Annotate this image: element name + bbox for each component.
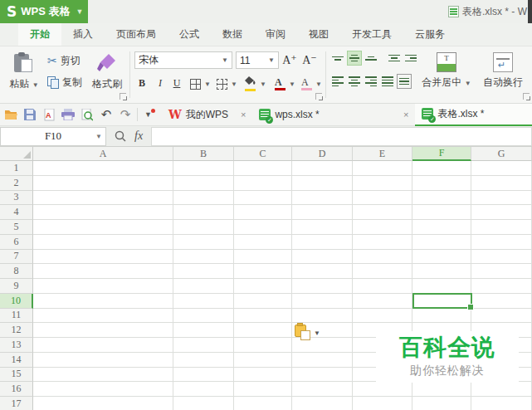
- cell-G6[interactable]: [471, 235, 532, 250]
- wrap-text-button[interactable]: 自动换行: [478, 48, 528, 98]
- redo-button[interactable]: ↷: [117, 106, 134, 123]
- shrink-font-button[interactable]: A⁻: [302, 51, 317, 68]
- cell-D7[interactable]: [292, 250, 353, 265]
- cell-G3[interactable]: [471, 191, 532, 206]
- cell-F7[interactable]: [412, 250, 471, 265]
- cell-A13[interactable]: [33, 338, 173, 353]
- clipboard-dialog-launcher[interactable]: [120, 93, 126, 100]
- row-header-8[interactable]: 8: [0, 264, 33, 279]
- cell-A1[interactable]: [33, 161, 173, 176]
- cell-C3[interactable]: [234, 191, 292, 206]
- cell-E17[interactable]: [353, 397, 412, 410]
- increase-indent-icon[interactable]: [403, 51, 418, 66]
- row-header-3[interactable]: 3: [0, 191, 33, 206]
- cell-G2[interactable]: [471, 176, 532, 191]
- cell-D6[interactable]: [292, 235, 353, 250]
- cell-A10[interactable]: [33, 294, 173, 309]
- cell-B4[interactable]: [173, 205, 234, 220]
- cell-C4[interactable]: [234, 205, 292, 220]
- cell-E7[interactable]: [353, 250, 412, 265]
- column-header-F[interactable]: F: [412, 147, 471, 161]
- cell-D11[interactable]: [292, 309, 353, 324]
- save-button[interactable]: [22, 106, 38, 123]
- chevron-down-icon[interactable]: ▼: [465, 80, 471, 87]
- cell-D17[interactable]: [292, 397, 353, 410]
- cell-C14[interactable]: [234, 353, 292, 368]
- cell-C7[interactable]: [234, 250, 292, 265]
- ribbon-tab-3[interactable]: 公式: [168, 23, 211, 46]
- chevron-down-icon[interactable]: ▼: [32, 81, 39, 89]
- paste-button[interactable]: 粘贴 ▼: [5, 48, 43, 98]
- column-header-E[interactable]: E: [353, 147, 412, 161]
- cell-D16[interactable]: [292, 382, 353, 397]
- ribbon-tab-1[interactable]: 插入: [61, 23, 105, 46]
- row-header-11[interactable]: 11: [0, 309, 33, 324]
- row-header-12[interactable]: 12: [0, 323, 33, 338]
- close-icon[interactable]: ×: [403, 110, 408, 120]
- cell-F11[interactable]: [412, 309, 471, 324]
- print-button[interactable]: [60, 106, 76, 123]
- cell-F4[interactable]: [412, 205, 471, 220]
- chevron-down-icon[interactable]: ▼: [76, 7, 83, 16]
- cell-C15[interactable]: [234, 368, 292, 383]
- cell-E11[interactable]: [353, 309, 412, 324]
- cell-B14[interactable]: [173, 353, 234, 368]
- draw-border-button[interactable]: ▼: [214, 75, 240, 93]
- search-commands-icon[interactable]: [115, 130, 126, 142]
- undo-button[interactable]: ↶: [98, 106, 115, 123]
- ribbon-tab-2[interactable]: 页面布局: [105, 23, 168, 46]
- align-bottom-icon[interactable]: [364, 51, 378, 66]
- row-header-2[interactable]: 2: [0, 176, 33, 191]
- row-header-17[interactable]: 17: [0, 397, 33, 410]
- cell-E16[interactable]: [353, 382, 412, 397]
- cell-A12[interactable]: [33, 323, 173, 338]
- row-header-10[interactable]: 10: [0, 294, 33, 309]
- cell-B7[interactable]: [173, 250, 234, 265]
- cell-A4[interactable]: [33, 205, 173, 220]
- cell-B15[interactable]: [173, 368, 234, 383]
- cut-button[interactable]: ✂ 剪切: [45, 51, 83, 70]
- cell-B8[interactable]: [173, 264, 234, 279]
- cell-A6[interactable]: [33, 235, 173, 250]
- export-pdf-button[interactable]: A: [41, 106, 57, 123]
- cell-A16[interactable]: [33, 382, 173, 397]
- ribbon-tab-7[interactable]: 开发工具: [340, 23, 403, 46]
- column-header-G[interactable]: G: [471, 147, 532, 161]
- column-header-B[interactable]: B: [173, 147, 234, 161]
- select-all-corner[interactable]: [0, 147, 33, 161]
- ribbon-tab-0[interactable]: 开始: [18, 23, 61, 46]
- align-left-icon[interactable]: [330, 74, 345, 89]
- decrease-indent-icon[interactable]: [387, 51, 402, 66]
- cell-D10[interactable]: [292, 294, 353, 309]
- row-header-15[interactable]: 15: [0, 368, 33, 383]
- chevron-down-icon[interactable]: ▼: [95, 133, 102, 140]
- cell-F3[interactable]: [412, 191, 471, 206]
- wps-menu-button[interactable]: S WPS 表格 ▼: [0, 0, 88, 23]
- cell-A7[interactable]: [33, 250, 173, 265]
- font-size-select[interactable]: 11▼: [236, 51, 279, 69]
- cell-F5[interactable]: [412, 220, 471, 235]
- cell-A9[interactable]: [33, 279, 173, 294]
- cell-C5[interactable]: [234, 220, 292, 235]
- cell-A5[interactable]: [33, 220, 173, 235]
- cell-G7[interactable]: [471, 250, 532, 265]
- cell-F9[interactable]: [412, 279, 471, 294]
- cell-C8[interactable]: [234, 264, 292, 279]
- fill-color-button[interactable]: ▼: [242, 75, 269, 93]
- cell-A17[interactable]: [33, 397, 173, 410]
- cell-F8[interactable]: [412, 264, 471, 279]
- cell-C10[interactable]: [234, 294, 292, 309]
- cell-F17[interactable]: [412, 397, 471, 410]
- ribbon-tab-8[interactable]: 云服务: [403, 23, 456, 46]
- alignment-dialog-launcher[interactable]: [523, 93, 530, 100]
- column-header-C[interactable]: C: [234, 147, 292, 161]
- cell-D4[interactable]: [292, 205, 353, 220]
- insert-function-button[interactable]: fx: [134, 129, 143, 143]
- justify-icon[interactable]: [380, 74, 395, 89]
- cell-A8[interactable]: [33, 264, 173, 279]
- cell-A11[interactable]: [33, 309, 173, 324]
- cell-B12[interactable]: [173, 323, 234, 338]
- cell-C13[interactable]: [234, 338, 292, 353]
- column-header-D[interactable]: D: [292, 147, 353, 161]
- cell-F1[interactable]: [412, 161, 471, 176]
